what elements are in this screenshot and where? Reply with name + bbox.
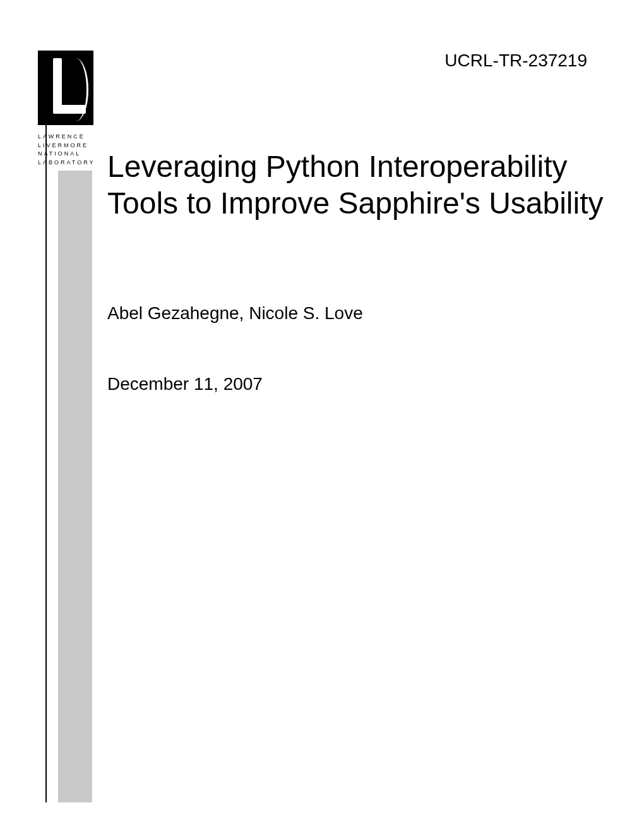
- lab-name-line3: NATIONAL: [38, 150, 98, 159]
- content-area: Leveraging Python Interoperability Tools…: [107, 148, 606, 394]
- page-container: UCRL-TR-237219 LAWRENCE LIVERMORE NATION…: [0, 0, 644, 834]
- lab-name-line1: LAWRENCE: [38, 133, 98, 142]
- document-title: Leveraging Python Interoperability Tools…: [107, 148, 606, 221]
- lab-name: LAWRENCE LIVERMORE NATIONAL LABORATORY: [38, 133, 98, 167]
- lab-name-line4: LABORATORY: [38, 159, 98, 167]
- authors: Abel Gezahegne, Nicole S. Love: [107, 303, 606, 323]
- vertical-rule: [45, 51, 47, 802]
- sidebar-gray-bar: [58, 171, 92, 802]
- report-number: UCRL-TR-237219: [444, 51, 587, 71]
- publication-date: December 11, 2007: [107, 374, 606, 394]
- lab-name-line2: LIVERMORE: [38, 142, 98, 150]
